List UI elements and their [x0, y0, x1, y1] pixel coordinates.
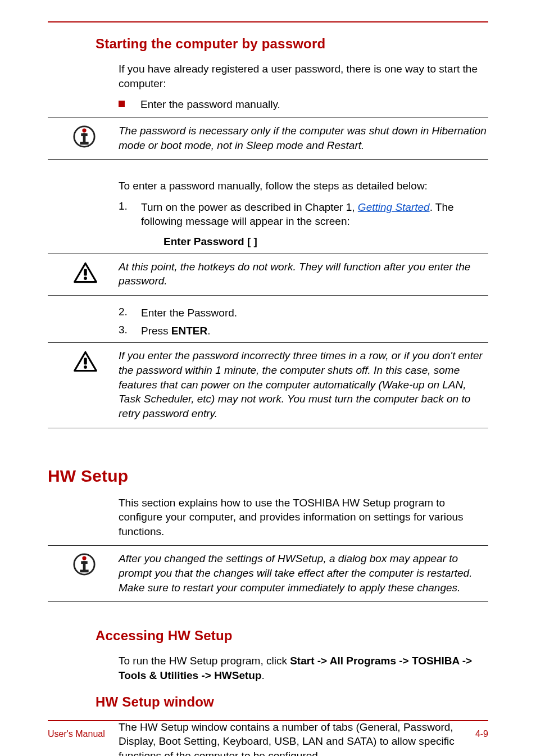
- footer: User's Manual 4-9: [48, 729, 488, 739]
- svg-rect-15: [80, 570, 88, 573]
- svg-rect-9: [84, 358, 87, 365]
- svg-point-10: [84, 366, 87, 369]
- link-getting-started[interactable]: Getting Started: [358, 201, 430, 213]
- list-text: Press ENTER.: [141, 324, 211, 338]
- ordered-list-item-1: 1. Turn on the power as described in Cha…: [119, 200, 488, 249]
- list-number: 2.: [119, 306, 141, 318]
- svg-point-1: [82, 128, 86, 132]
- heading-starting-computer-by-password: Starting the computer by password: [96, 36, 488, 52]
- bullet-text: Enter the password manually.: [140, 97, 280, 112]
- note-text: The password is necessary only if the co…: [119, 124, 488, 152]
- footer-left: User's Manual: [48, 729, 105, 739]
- svg-point-7: [84, 277, 87, 280]
- list-text: Turn on the power as described in Chapte…: [141, 200, 488, 249]
- svg-point-12: [82, 556, 86, 560]
- footer-rule: [48, 720, 488, 721]
- note-text: After you changed the settings of HWSetu…: [119, 551, 488, 595]
- note-text: If you enter the password incorrectly th…: [119, 348, 488, 420]
- note-info-box: After you changed the settings of HWSetu…: [48, 545, 488, 602]
- sub1-pre: To run the HW Setup program, click: [119, 655, 290, 667]
- list-text: Enter the Password.: [141, 306, 237, 320]
- accessing-hw-setup-text: To run the HW Setup program, click Start…: [119, 654, 488, 682]
- note-info-box: The password is necessary only if the co…: [48, 117, 488, 160]
- ordered-list-item-3: 3. Press ENTER.: [119, 324, 488, 338]
- note-icon-column: [48, 348, 119, 373]
- heading-hw-setup: HW Setup: [48, 467, 488, 486]
- sub1-post: .: [262, 669, 265, 681]
- svg-rect-3: [83, 133, 86, 143]
- info-icon: [72, 125, 96, 148]
- pre-steps-paragraph: To enter a password manually, follow the…: [119, 179, 488, 193]
- step1-pre: Turn on the power as described in Chapte…: [141, 201, 358, 213]
- step3-pre: Press: [141, 325, 171, 337]
- step1-code: Enter Password [ ]: [163, 234, 488, 249]
- page-content: Starting the computer by password If you…: [48, 33, 488, 756]
- svg-rect-14: [83, 562, 86, 571]
- info-icon: [72, 553, 96, 576]
- heading-hw-setup-window: HW Setup window: [96, 694, 488, 710]
- note-icon-column: [48, 124, 119, 148]
- bullet-square-icon: [119, 101, 125, 107]
- step3-bold: ENTER: [171, 325, 207, 337]
- hw-setup-intro: This section explains how to use the TOS…: [119, 496, 488, 539]
- list-number: 1.: [119, 200, 141, 212]
- note-caution-box: At this point, the hotkeys do not work. …: [48, 253, 488, 296]
- svg-rect-6: [84, 269, 87, 275]
- bullet-item: Enter the password manually.: [119, 97, 488, 112]
- caution-icon: [72, 350, 98, 373]
- note-caution-box: If you enter the password incorrectly th…: [48, 342, 488, 428]
- note-text: At this point, the hotkeys do not work. …: [119, 260, 488, 288]
- list-number: 3.: [119, 324, 141, 336]
- footer-right: 4-9: [475, 729, 488, 739]
- caution-icon: [72, 261, 98, 284]
- intro-paragraph: If you have already registered a user pa…: [119, 62, 488, 90]
- ordered-list-item-2: 2. Enter the Password.: [119, 306, 488, 320]
- note-icon-column: [48, 551, 119, 576]
- svg-rect-4: [80, 142, 88, 144]
- step3-post: .: [207, 325, 210, 337]
- header-rule: [48, 21, 488, 22]
- heading-accessing-hw-setup: Accessing HW Setup: [96, 628, 488, 644]
- note-icon-column: [48, 260, 119, 284]
